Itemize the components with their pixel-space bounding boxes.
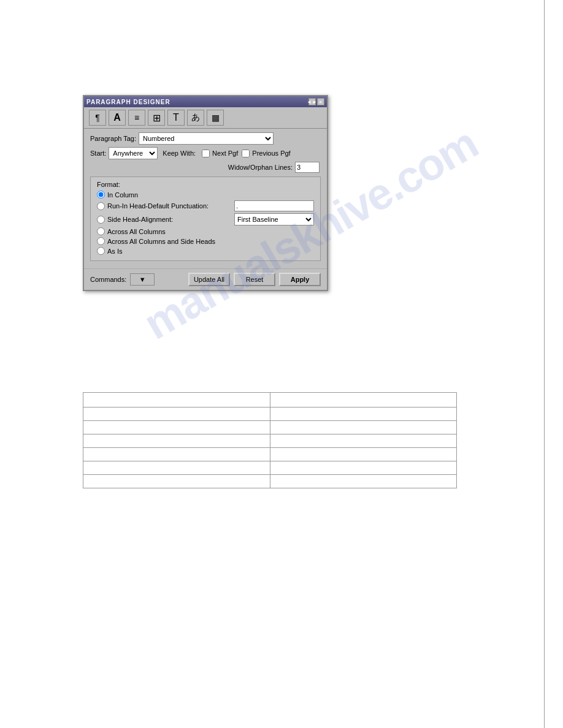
paragraph-tag-select[interactable]: Numbered [139,132,274,145]
as-is-row: As Is [97,247,314,255]
side-head-radio[interactable] [97,216,105,224]
start-select[interactable]: Anywhere [109,147,158,159]
dialog-footer: Commands: ▼ Update All Reset Apply [84,268,327,290]
prev-pgf-row: Previous Pgf [242,150,290,157]
table-cell [83,408,270,421]
reset-button[interactable]: Reset [234,273,275,286]
across-all-columns-side-radio[interactable] [97,237,105,245]
across-all-columns-label: Across All Columns [107,228,166,235]
table-cell [83,393,270,408]
table-row [83,408,457,421]
format-group: Format: In Column Run-In Head-Default Pu… [90,176,321,261]
paragraph-tab[interactable]: ¶ [89,110,106,126]
side-head-select[interactable]: First Baseline Top Edge Middle Bottom Ed… [234,213,314,226]
next-pgf-label: Next Pgf [212,150,238,157]
paragraph-tag-row: Paragraph Tag: Numbered [90,132,321,145]
japanese-tab[interactable]: あ [187,110,204,126]
paragraph-designer-dialog: PARAGRAPH DESIGNER ◄► × ¶ A ≡ ⊞ T あ [83,95,328,291]
format-label: Format: [97,181,314,188]
table-cell [270,475,457,488]
table-cell [83,421,270,434]
in-column-row: In Column [97,191,314,199]
close-icon: × [319,99,323,105]
data-table [83,392,457,488]
dialog-titlebar: PARAGRAPH DESIGNER ◄► × [84,96,327,107]
side-head-left: Side Head-Alignment: [97,216,173,224]
table-cell [83,448,270,461]
pin-icon: ◄► [307,99,318,105]
table-cell [270,434,457,448]
in-column-radio[interactable] [97,191,105,199]
paragraph-icon: ¶ [95,113,100,123]
widow-orphan-row: Widow/Orphan Lines: [90,162,321,173]
run-in-head-label: Run-In Head-Default Punctuation: [107,202,209,210]
table-cell [83,475,270,488]
table2-icon: ▦ [212,113,220,123]
table2-tab[interactable]: ▦ [207,110,224,126]
across-all-columns-row: Across All Columns [97,227,314,235]
table-row [83,461,457,475]
table-row [83,393,457,408]
table-row [83,421,457,434]
across-all-columns-side-label: Across All Columns and Side Heads [107,238,215,245]
across-all-columns-radio[interactable] [97,227,105,235]
start-label: Start: [90,150,106,157]
side-head-label: Side Head-Alignment: [107,216,173,223]
table-container [83,392,457,488]
table-cell [270,448,457,461]
page-rule [544,0,545,728]
widow-orphan-input[interactable] [295,162,320,173]
apply-button[interactable]: Apply [279,273,321,286]
text-tab[interactable]: T [167,110,185,126]
table-cell [270,461,457,475]
table-cell [270,421,457,434]
pin-button[interactable]: ◄► [308,98,316,105]
dialog-title: PARAGRAPH DESIGNER [86,99,170,105]
next-pgf-row: Next Pgf [202,150,238,157]
as-is-label: As Is [107,248,122,255]
font-icon: A [113,112,121,123]
close-button[interactable]: × [317,98,324,105]
run-in-head-input[interactable] [234,200,314,211]
prev-pgf-label: Previous Pgf [252,150,290,157]
dialog-body: Paragraph Tag: Numbered Start: Anywhere … [84,129,327,268]
table-cell [270,408,457,421]
commands-dropdown[interactable]: ▼ [130,273,155,286]
side-head-row: Side Head-Alignment: First Baseline Top … [97,213,314,226]
text-icon: T [173,112,179,123]
align-tab[interactable]: ≡ [128,110,145,126]
paragraph-tag-label: Paragraph Tag: [90,135,136,142]
start-keepwith-row: Start: Anywhere Keep With: Next Pgf Prev… [90,147,321,159]
table-row [83,448,457,461]
update-all-button[interactable]: Update All [188,273,230,286]
japanese-icon: あ [191,112,200,123]
dialog-toolbar: ¶ A ≡ ⊞ T あ ▦ [84,107,327,129]
across-all-columns-side-row: Across All Columns and Side Heads [97,237,314,245]
table-icon: ⊞ [153,112,161,124]
run-in-head-inner: Run-In Head-Default Punctuation: [97,200,314,211]
table-cell [83,461,270,475]
keep-with-row: Keep With: Next Pgf Previous Pgf [163,150,290,157]
font-tab[interactable]: A [109,110,126,126]
table-cell [270,393,457,408]
commands-label: Commands: [90,276,126,283]
run-in-head-row: Run-In Head-Default Punctuation: [97,200,314,211]
table-row [83,434,457,448]
titlebar-controls: ◄► × [308,98,324,105]
table-row [83,475,457,488]
run-in-head-left: Run-In Head-Default Punctuation: [97,202,209,210]
next-pgf-checkbox[interactable] [202,150,210,157]
align-icon: ≡ [134,113,139,123]
table-tab[interactable]: ⊞ [148,110,165,126]
table-cell [83,434,270,448]
run-in-head-radio[interactable] [97,202,105,210]
in-column-label: In Column [107,191,138,199]
keep-with-label: Keep With: [163,150,196,157]
side-head-inner: Side Head-Alignment: First Baseline Top … [97,213,314,226]
prev-pgf-checkbox[interactable] [242,150,250,157]
widow-orphan-label: Widow/Orphan Lines: [228,164,293,171]
commands-arrow-icon: ▼ [139,276,146,283]
as-is-radio[interactable] [97,247,105,255]
